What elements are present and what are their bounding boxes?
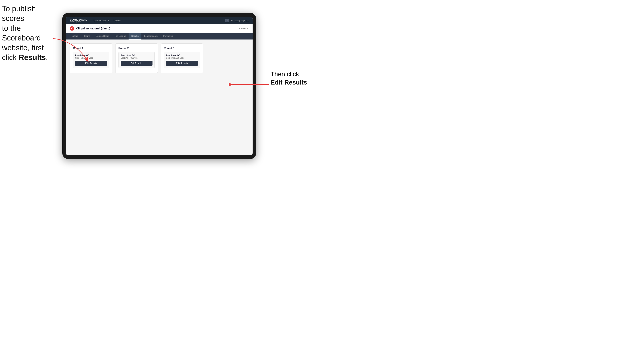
round-2-course-details: Gold (M) (7010 yds) [121, 57, 152, 59]
tournament-title: Clippd Invitational (demo) [76, 27, 110, 30]
round-2-edit-results-button[interactable]: Edit Results [121, 61, 152, 66]
tournament-title-area: C Clippd Invitational (demo) [70, 26, 110, 31]
top-nav: SCOREBOARD Powered by clippd TOURNAMENTS… [66, 17, 252, 24]
round-1-course-details: Gold (M) (7010 yds) [75, 57, 107, 59]
tab-results[interactable]: Results [128, 33, 142, 39]
tab-details[interactable]: Details [69, 33, 81, 39]
round-1-edit-results-button[interactable]: Edit Results [75, 61, 107, 66]
instruction-right: Then click Edit Results. [270, 70, 316, 86]
instruction-line2: to the Scoreboard [2, 24, 41, 42]
tablet-screen: SCOREBOARD Powered by clippd TOURNAMENTS… [66, 17, 252, 155]
logo-text: SCOREBOARD [70, 19, 88, 21]
tab-nav: Details Teams Course Setup Tee Groups Re… [66, 33, 252, 39]
sign-out-link[interactable]: Sign out [241, 19, 248, 22]
instruction-left: To publish scores to the Scoreboard webs… [2, 4, 57, 62]
logo-area: SCOREBOARD Powered by clippd [70, 19, 88, 22]
round-3-course-name: Peachtree GC [166, 54, 198, 56]
cancel-button[interactable]: Cancel ✕ [239, 27, 248, 30]
round-1-course-name: Peachtree GC [75, 54, 107, 56]
tournament-header: C Clippd Invitational (demo) Cancel ✕ [66, 24, 252, 33]
tablet-frame: SCOREBOARD Powered by clippd TOURNAMENTS… [62, 13, 256, 159]
round-2-title: Round 2 [118, 47, 155, 50]
tab-course-setup[interactable]: Course Setup [93, 33, 112, 39]
instruction-line3: website, first [2, 44, 44, 52]
round-1-course-card: Peachtree GC Gold (M) (7010 yds) Edit Re… [73, 52, 109, 68]
user-label: Test User | [230, 19, 240, 22]
svg-point-2 [227, 20, 228, 21]
rounds-grid: Round 1 Peachtree GC Gold (M) (7010 yds)… [70, 43, 248, 73]
instruction-line4-plain: click [2, 53, 18, 62]
content-area: Round 1 Peachtree GC Gold (M) (7010 yds)… [66, 39, 252, 155]
tab-printables[interactable]: Printables [160, 33, 176, 39]
round-2-course-name: Peachtree GC [121, 54, 152, 56]
instruction-line1: To publish scores [2, 4, 36, 22]
round-1-title: Round 1 [73, 47, 109, 50]
round-4-column [206, 43, 248, 73]
round-3-course-details: Gold (M) (7010 yds) [166, 57, 198, 59]
instruction-right-bold: Edit Results [270, 79, 307, 86]
round-2-column: Round 2 Peachtree GC Gold (M) (7010 yds)… [115, 43, 158, 73]
round-3-course-card: Peachtree GC Gold (M) (7010 yds) Edit Re… [164, 52, 200, 68]
instruction-right-line1: Then click [270, 70, 299, 78]
round-1-column: Round 1 Peachtree GC Gold (M) (7010 yds)… [70, 43, 112, 73]
nav-right: Test User | Sign out [225, 19, 248, 22]
round-3-title: Round 3 [164, 47, 200, 50]
tab-leaderboards[interactable]: Leaderboards [142, 33, 160, 39]
tab-teams[interactable]: Teams [81, 33, 93, 39]
tab-tee-groups[interactable]: Tee Groups [112, 33, 128, 39]
nav-teams[interactable]: TEAMS [113, 19, 121, 22]
round-2-course-card: Peachtree GC Gold (M) (7010 yds) Edit Re… [118, 52, 155, 68]
instruction-right-end: . [307, 79, 309, 86]
round-3-column: Round 3 Peachtree GC Gold (M) (7010 yds)… [161, 43, 203, 73]
nav-links: TOURNAMENTS TEAMS [92, 19, 225, 22]
logo-sub: Powered by clippd [70, 21, 88, 22]
nav-tournaments[interactable]: TOURNAMENTS [92, 19, 109, 22]
instruction-line4-end: . [46, 53, 48, 62]
round-3-edit-results-button[interactable]: Edit Results [166, 61, 198, 66]
clippd-logo: C [70, 26, 74, 31]
instruction-line4-bold: Results [18, 53, 46, 62]
user-icon [225, 19, 229, 22]
